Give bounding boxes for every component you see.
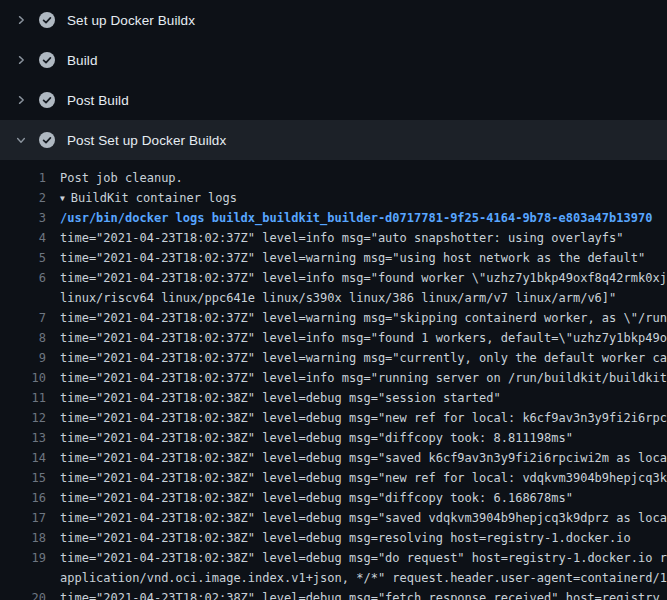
line-number[interactable]: 19 (0, 548, 46, 568)
log-text: linux/riscv64 linux/ppc641e linux/s390x … (46, 288, 667, 308)
line-number[interactable]: 16 (0, 488, 46, 508)
log-text: time="2021-04-23T18:02:38Z" level=debug … (46, 468, 667, 488)
log-row: 18 time="2021-04-23T18:02:38Z" level=deb… (0, 528, 667, 548)
line-number[interactable]: 7 (0, 308, 46, 328)
line-number[interactable]: 13 (0, 428, 46, 448)
log-text: time="2021-04-23T18:02:38Z" level=debug … (46, 588, 667, 600)
line-number[interactable]: 6 (0, 268, 46, 288)
log-text: time="2021-04-23T18:02:38Z" level=debug … (46, 388, 667, 408)
chevron-right-icon (13, 12, 29, 28)
log-text: time="2021-04-23T18:02:37Z" level=info m… (46, 268, 667, 288)
log-row: 14 time="2021-04-23T18:02:38Z" level=deb… (0, 448, 667, 468)
check-circle-icon (39, 132, 55, 148)
log-row: 7 time="2021-04-23T18:02:37Z" level=warn… (0, 308, 667, 328)
log-text: time="2021-04-23T18:02:37Z" level=warnin… (46, 308, 667, 328)
log-row[interactable]: 2 ▼BuildKit container logs (0, 188, 667, 208)
log-row: 8 time="2021-04-23T18:02:37Z" level=info… (0, 328, 667, 348)
log-row: application/vnd.oci.image.index.v1+json,… (0, 568, 667, 588)
line-number[interactable] (0, 288, 46, 308)
line-number[interactable]: 20 (0, 588, 46, 600)
log-row: 4 time="2021-04-23T18:02:37Z" level=info… (0, 228, 667, 248)
line-number[interactable]: 1 (0, 168, 46, 188)
step-label: Post Set up Docker Buildx (67, 133, 226, 148)
line-number[interactable]: 12 (0, 408, 46, 428)
log-row: 6 time="2021-04-23T18:02:37Z" level=info… (0, 268, 667, 288)
step-row[interactable]: Post Build (0, 80, 667, 120)
log-row: 20 time="2021-04-23T18:02:38Z" level=deb… (0, 588, 667, 600)
log-text: time="2021-04-23T18:02:37Z" level=warnin… (46, 348, 667, 368)
log-text: ▼BuildKit container logs (46, 188, 667, 208)
log-row: 10 time="2021-04-23T18:02:37Z" level=inf… (0, 368, 667, 388)
group-toggle-icon[interactable]: ▼ (60, 189, 65, 208)
log-text: time="2021-04-23T18:02:38Z" level=debug … (46, 508, 667, 528)
step-row[interactable]: Build (0, 40, 667, 80)
check-circle-icon (39, 92, 55, 108)
line-number[interactable]: 11 (0, 388, 46, 408)
line-number[interactable]: 10 (0, 368, 46, 388)
log-text: time="2021-04-23T18:02:38Z" level=debug … (46, 448, 667, 468)
log-row: 9 time="2021-04-23T18:02:37Z" level=warn… (0, 348, 667, 368)
chevron-down-icon (13, 132, 29, 148)
log-text: /usr/bin/docker logs buildx_buildkit_bui… (46, 208, 667, 228)
log-text: time="2021-04-23T18:02:38Z" level=debug … (46, 488, 667, 508)
log-text: Post job cleanup. (46, 168, 667, 188)
log-row: 16 time="2021-04-23T18:02:38Z" level=deb… (0, 488, 667, 508)
log-text: application/vnd.oci.image.index.v1+json,… (46, 568, 667, 588)
log-text: time="2021-04-23T18:02:37Z" level=warnin… (46, 248, 667, 268)
line-number[interactable]: 14 (0, 448, 46, 468)
chevron-right-icon (13, 52, 29, 68)
step-row[interactable]: Set up Docker Buildx (0, 0, 667, 40)
log-row: linux/riscv64 linux/ppc641e linux/s390x … (0, 288, 667, 308)
step-label: Build (67, 53, 98, 68)
log-text: time="2021-04-23T18:02:37Z" level=info m… (46, 368, 667, 388)
log-row: 17 time="2021-04-23T18:02:38Z" level=deb… (0, 508, 667, 528)
line-number[interactable]: 9 (0, 348, 46, 368)
log-text: time="2021-04-23T18:02:38Z" level=debug … (46, 548, 667, 568)
log-area[interactable]: 1 Post job cleanup. 2 ▼BuildKit containe… (0, 160, 667, 600)
line-number[interactable]: 2 (0, 188, 46, 208)
step-list: Set up Docker Buildx Build P (0, 0, 667, 160)
log-row: 5 time="2021-04-23T18:02:37Z" level=warn… (0, 248, 667, 268)
step-label: Post Build (67, 93, 129, 108)
line-number[interactable]: 8 (0, 328, 46, 348)
step-row[interactable]: Post Set up Docker Buildx (0, 120, 667, 160)
log-text: time="2021-04-23T18:02:38Z" level=debug … (46, 528, 667, 548)
log-row: 12 time="2021-04-23T18:02:38Z" level=deb… (0, 408, 667, 428)
log-row: 11 time="2021-04-23T18:02:38Z" level=deb… (0, 388, 667, 408)
log-text: time="2021-04-23T18:02:37Z" level=info m… (46, 228, 667, 248)
chevron-right-icon (13, 92, 29, 108)
check-circle-icon (39, 12, 55, 28)
line-number[interactable]: 17 (0, 508, 46, 528)
line-number[interactable]: 18 (0, 528, 46, 548)
log-row: 19 time="2021-04-23T18:02:38Z" level=deb… (0, 548, 667, 568)
check-circle-icon (39, 52, 55, 68)
line-number[interactable]: 4 (0, 228, 46, 248)
log-text: time="2021-04-23T18:02:38Z" level=debug … (46, 408, 667, 428)
log-text: time="2021-04-23T18:02:38Z" level=debug … (46, 428, 667, 448)
step-label: Set up Docker Buildx (67, 13, 195, 28)
line-number[interactable]: 5 (0, 248, 46, 268)
log-row: 1 Post job cleanup. (0, 168, 667, 188)
line-number[interactable]: 3 (0, 208, 46, 228)
line-number[interactable] (0, 568, 46, 588)
log-row: 13 time="2021-04-23T18:02:38Z" level=deb… (0, 428, 667, 448)
line-number[interactable]: 15 (0, 468, 46, 488)
log-row: 15 time="2021-04-23T18:02:38Z" level=deb… (0, 468, 667, 488)
log-row: 3 /usr/bin/docker logs buildx_buildkit_b… (0, 208, 667, 228)
log-text: time="2021-04-23T18:02:37Z" level=info m… (46, 328, 667, 348)
